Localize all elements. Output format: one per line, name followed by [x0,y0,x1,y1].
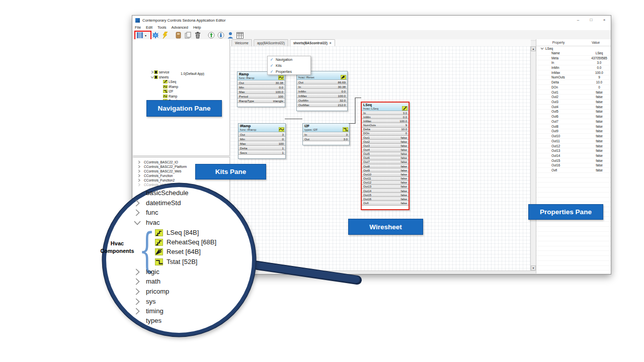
maximize-button[interactable]: □ [585,16,598,25]
block-pin-out12[interactable]: Out12false [362,181,409,185]
property-row-inmin[interactable]: InMin0.0 [536,65,611,70]
tree-chevron[interactable] [137,183,141,187]
property-row-out12[interactable]: Out12false [536,144,611,149]
property-row-numouts[interactable]: NumOuts9 [536,75,611,80]
nav-tree-item-service[interactable]: service [150,70,170,74]
block-pin-out1[interactable]: Out1false [362,136,409,140]
block-pin-out10[interactable]: Out10false [362,172,409,176]
block-pin-out9[interactable]: Out9false [362,168,409,172]
kits-item-1[interactable]: CControls_BASC22_IO [137,160,178,164]
tree-chevron[interactable] [137,174,141,177]
trash-icon[interactable] [193,31,202,39]
block-pin-out13[interactable]: Out13false [362,185,409,189]
block-header[interactable]: IRampfunc::IRamp [238,124,285,132]
block-lseq[interactable]: LSeqhvac::LSeqIn3.0InMin0.0InMax100.0Num… [361,102,410,210]
block-pin-out6[interactable]: Out6false [362,156,409,160]
property-row-ovfl[interactable]: Ovflfalse [536,168,611,173]
property-row-name[interactable]: NameLSeq [536,51,611,56]
scroll-up-arrow[interactable]: ▲ [531,46,536,51]
panes-toggle-icon[interactable] [135,31,144,39]
block-pin-out[interactable]: Out3.0 [303,137,349,141]
wiresheet-vertical-scrollbar[interactable]: ▲ ▼ [530,46,536,270]
scroll-down-arrow[interactable]: ▼ [531,265,536,270]
wiresheet-canvas[interactable]: Rampfunc::RampOut30.38Min0.0Max100.0Peri… [230,46,530,270]
grid-icon[interactable] [235,31,244,39]
nav-tree-item-ramp[interactable]: Ramp [159,94,177,99]
tab-close-icon[interactable]: × [330,41,332,45]
block-pin-out14[interactable]: Out14false [362,189,409,193]
program-icon[interactable] [174,31,183,39]
tab-welcome[interactable]: Welcome [231,39,252,46]
block-pin-out7[interactable]: Out7false [362,160,409,164]
get-icon[interactable] [216,31,225,39]
block-pin-out2[interactable]: Out2false [362,140,409,144]
block-pin-min[interactable]: Min0 [238,137,285,141]
tree-chevron[interactable] [137,169,141,173]
put-icon[interactable] [207,31,215,39]
user-icon[interactable] [226,31,234,39]
block-pin-out8[interactable]: Out8false [362,164,409,168]
view-menu-item-kits[interactable]: ✓Kits [268,62,310,68]
block-pin-out[interactable]: Out30.38 [237,80,285,85]
property-row-out7[interactable]: Out7false [536,119,611,124]
block-pin-out3[interactable]: Out3false [362,144,409,148]
kits-item-4[interactable]: CControls_Function [137,173,173,178]
menu-advanced[interactable]: Advanced [169,25,191,30]
block-pin-outmax[interactable]: OutMax212.0 [297,103,347,107]
block-pin-in[interactable]: In30.38 [297,84,347,89]
power-icon[interactable] [160,31,169,39]
block-pin-secs[interactable]: Secs1 [238,150,285,155]
tab-sheets-bascontrol22-[interactable]: sheets(BAScontrol22)× [290,39,335,46]
block-i2f[interactable]: I2Ftypes::I2FIn3Out3.0 [302,123,350,145]
menu-tools[interactable]: Tools [155,25,169,30]
block-pin-inmin[interactable]: InMin0.0 [362,115,409,119]
wiresheet-horizontal-scrollbar[interactable] [230,270,535,274]
tab-app-bascontrol22-[interactable]: app(BAScontrol22) [254,39,288,46]
block-pin-inmax[interactable]: InMax100.0 [362,119,409,123]
block-pin-delta[interactable]: Delta1 [238,146,285,150]
property-row-out13[interactable]: Out13false [536,148,611,153]
property-row-out11[interactable]: Out11false [536,139,611,144]
block-pin-inmax[interactable]: InMax100.0 [297,94,347,98]
minimize-button[interactable]: – [572,16,585,25]
property-row-out8[interactable]: Out8false [536,124,611,129]
block-pin-ovfl[interactable]: Ovflfalse [362,201,409,205]
title-bar[interactable]: Contemporary Controls Sedona Application… [132,16,611,25]
tree-chevron[interactable] [150,75,154,79]
connect-icon[interactable] [151,31,159,39]
view-menu-item-properties[interactable]: ✓Properties [268,68,310,74]
block-ramp[interactable]: Rampfunc::RampOut30.38Min0.0Max100.0Peri… [237,71,285,107]
block-pin-out4[interactable]: Out4false [362,148,409,152]
block-header[interactable]: LSeqhvac::LSeq [362,103,409,111]
block-header[interactable]: I2Ftypes::I2F [303,124,349,132]
property-row-out10[interactable]: Out10false [536,134,611,139]
property-row-delta[interactable]: Delta10.0 [536,80,611,85]
property-row-inmax[interactable]: InMax100.0 [536,70,611,75]
block-iramp[interactable]: IRampfunc::IRampOut3Min0Max100Delta1Secs… [238,123,286,159]
property-row-out4[interactable]: Out4false [536,105,611,110]
nav-tree-item-sheets[interactable]: sheets [150,75,169,79]
property-row-out3[interactable]: Out3false [536,100,611,105]
block-pin-out16[interactable]: Out16false [362,197,409,201]
block-reset[interactable]: Resethvac::ResetOut86.69In30.38InMin0.0I… [296,71,348,111]
block-pin-min[interactable]: Min0.0 [237,85,285,89]
nav-tree-item-lseq[interactable]: LSeq [159,79,176,84]
property-row-don[interactable]: DOn0 [536,85,611,90]
property-row-meta[interactable]: Meta437059585 [536,56,611,61]
kits-item-2[interactable]: CControls_BASC22_Platform [137,164,187,169]
tree-chevron[interactable] [137,160,141,164]
tree-chevron[interactable] [137,165,141,168]
block-pin-out11[interactable]: Out11false [362,177,409,181]
property-row-out15[interactable]: Out15false [536,158,611,163]
property-row-out16[interactable]: Out16false [536,163,611,168]
block-pin-period[interactable]: Period100 [237,94,285,99]
block-pin-don[interactable]: DOn0 [362,132,409,136]
property-row-out9[interactable]: Out9false [536,129,611,134]
block-pin-out5[interactable]: Out5false [362,152,409,156]
property-row-out2[interactable]: Out2false [536,95,611,100]
kits-item-3[interactable]: CControls_BASC22_Web [137,169,181,173]
property-row-out6[interactable]: Out6false [536,114,611,119]
menu-file[interactable]: File [132,25,143,30]
kits-item-5[interactable]: CControls_Function2 [137,178,175,183]
block-pin-inmin[interactable]: InMin0.0 [297,89,347,94]
